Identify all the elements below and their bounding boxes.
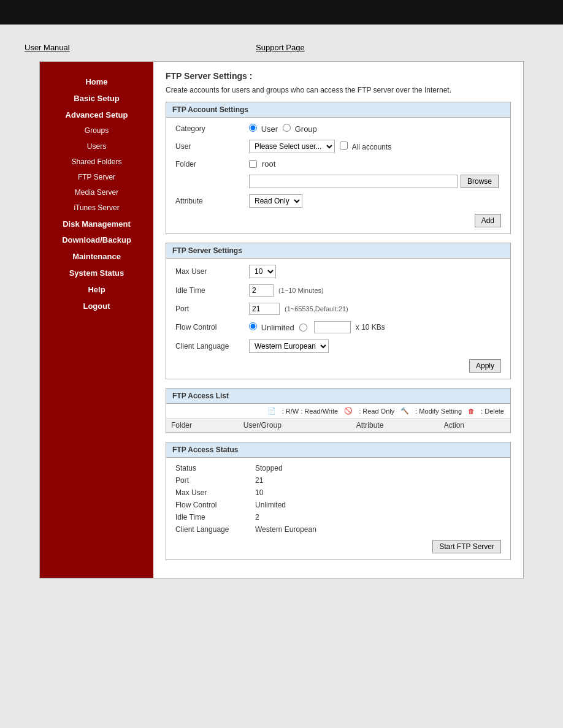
flow-unlimited-label: Unlimited <box>261 323 294 332</box>
flow-limited-radio[interactable] <box>299 324 307 332</box>
flow-value-input[interactable] <box>314 321 351 333</box>
user-field: Please Select user... All accounts <box>249 140 391 153</box>
client-language-select[interactable]: Western European <box>249 339 329 353</box>
category-group-radio[interactable] <box>283 124 291 132</box>
col-folder: Folder <box>166 419 239 433</box>
client-language-row: Client Language Western European <box>175 339 501 353</box>
legend-rw-icon: 📄 <box>267 407 276 415</box>
ftp-access-status-header: FTP Access Status <box>166 442 510 458</box>
support-page-link[interactable]: Support Page <box>256 43 305 52</box>
sidebar-item-users[interactable]: Users <box>40 139 153 154</box>
user-select[interactable]: Please Select user... <box>249 140 335 153</box>
flow-control-row: Flow Control Unlimited x 10 KBs <box>175 321 501 333</box>
col-user-group: User/Group <box>239 419 351 433</box>
page-wrapper: User Manual Support Page Home Basic Setu… <box>0 25 563 728</box>
idle-time-field: (1~10 Minutes) <box>249 284 324 297</box>
category-field: User Group <box>249 124 317 134</box>
status-maxuser-value: 10 <box>255 488 263 497</box>
idle-time-input[interactable] <box>249 284 274 297</box>
page-desc: Create accounts for users and groups who… <box>166 86 511 94</box>
port-row: Port (1~65535,Default:21) <box>175 303 501 315</box>
sidebar-item-download-backup[interactable]: Download/Backup <box>40 232 153 249</box>
client-language-label: Client Language <box>175 342 249 351</box>
legend-delete-icon: 🗑 <box>468 408 475 415</box>
user-label: User <box>175 142 249 151</box>
user-manual-link[interactable]: User Manual <box>25 43 70 52</box>
add-button[interactable]: Add <box>475 214 501 227</box>
status-port-label: Port <box>175 476 255 485</box>
page-title: FTP Server Settings : <box>166 71 511 81</box>
sidebar-item-logout[interactable]: Logout <box>40 298 153 315</box>
status-flowcontrol-row: Flow Control Unlimited <box>175 501 501 509</box>
attribute-select[interactable]: Read Only <box>249 194 302 208</box>
flow-control-field: Unlimited x 10 KBs <box>249 321 385 333</box>
folder-root-checkbox[interactable] <box>249 160 257 168</box>
apply-button[interactable]: Apply <box>469 359 501 373</box>
status-port-row: Port 21 <box>175 476 501 485</box>
max-user-field: 10 <box>249 265 276 278</box>
main-container: Home Basic Setup Advanced Setup Groups U… <box>39 61 524 578</box>
add-row: Add <box>175 214 501 227</box>
legend-modify-icon: 🔨 <box>400 407 409 415</box>
port-input[interactable] <box>249 303 280 315</box>
status-idletime-row: Idle Time 2 <box>175 513 501 521</box>
max-user-select[interactable]: 10 <box>249 265 276 278</box>
idle-time-label: Idle Time <box>175 286 249 295</box>
ftp-server-settings-header: FTP Server Settings <box>166 243 510 259</box>
sidebar-item-basic-setup[interactable]: Basic Setup <box>40 91 153 107</box>
status-flowcontrol-label: Flow Control <box>175 501 255 509</box>
status-idletime-label: Idle Time <box>175 513 255 521</box>
port-hint: (1~65535,Default:21) <box>285 305 348 313</box>
browse-button[interactable]: Browse <box>461 175 499 188</box>
browse-input-field <box>249 175 458 188</box>
attribute-row: Attribute Read Only <box>175 194 501 208</box>
legend-rw-text: : R/W : Read/Write <box>282 408 338 415</box>
status-status-row: Status Stopped <box>175 464 501 472</box>
idle-time-row: Idle Time (1~10 Minutes) <box>175 284 501 297</box>
status-value: Stopped <box>255 464 283 472</box>
category-user-option[interactable]: User <box>249 124 278 134</box>
sidebar-item-system-status[interactable]: System Status <box>40 265 153 282</box>
sidebar-item-maintenance[interactable]: Maintenance <box>40 249 153 265</box>
all-accounts-option[interactable]: All accounts <box>340 142 391 151</box>
start-ftp-server-button[interactable]: Start FTP Server <box>432 540 501 553</box>
all-accounts-checkbox[interactable] <box>340 142 348 150</box>
status-clientlang-row: Client Language Western European <box>175 525 501 534</box>
sidebar: Home Basic Setup Advanced Setup Groups U… <box>40 62 153 578</box>
ftp-server-settings-content: Max User 10 Idle Time (1~10 Minutes) <box>166 259 510 379</box>
access-list-table: Folder User/Group Attribute Action <box>166 419 510 433</box>
status-clientlang-label: Client Language <box>175 525 255 534</box>
sidebar-item-shared-folders[interactable]: Shared Folders <box>40 154 153 170</box>
status-maxuser-label: Max User <box>175 488 255 497</box>
attribute-field: Read Only <box>249 194 302 208</box>
ftp-account-settings-content: Category User Group <box>166 118 510 233</box>
flow-unlimited-option[interactable]: Unlimited <box>249 322 294 332</box>
sidebar-item-help[interactable]: Help <box>40 282 153 298</box>
port-field: (1~65535,Default:21) <box>249 303 348 315</box>
sidebar-item-advanced-setup[interactable]: Advanced Setup <box>40 107 153 124</box>
legend-row: 📄 : R/W : Read/Write 🚫 : Read Only 🔨 : M… <box>166 404 510 419</box>
sidebar-item-groups[interactable]: Groups <box>40 123 153 138</box>
category-label: Category <box>175 124 249 133</box>
sidebar-item-disk-management[interactable]: Disk Management <box>40 216 153 233</box>
top-bar <box>0 0 563 25</box>
sidebar-item-ftp-server[interactable]: FTP Server <box>40 170 153 185</box>
ftp-account-settings-section: FTP Account Settings Category User <box>166 102 511 234</box>
attribute-label: Attribute <box>175 197 249 205</box>
category-group-option[interactable]: Group <box>283 124 317 134</box>
user-row: User Please Select user... All accounts <box>175 140 501 153</box>
sidebar-item-media-server[interactable]: Media Server <box>40 185 153 200</box>
flow-x10kbs-label: x 10 KBs <box>356 323 385 332</box>
category-user-radio[interactable] <box>249 124 257 132</box>
browse-row: Browse <box>175 175 501 188</box>
max-user-row: Max User 10 <box>175 265 501 278</box>
sidebar-item-itunes-server[interactable]: iTunes Server <box>40 200 153 216</box>
flow-unlimited-radio[interactable] <box>249 322 257 330</box>
status-label: Status <box>175 464 255 472</box>
folder-root-label: root <box>262 159 275 169</box>
status-clientlang-value: Western European <box>255 525 316 534</box>
folder-field: root <box>249 159 275 169</box>
ftp-server-settings-section: FTP Server Settings Max User 10 Idle T <box>166 243 511 379</box>
sidebar-item-home[interactable]: Home <box>40 74 153 91</box>
legend-modify-text: : Modify Setting <box>415 408 462 415</box>
